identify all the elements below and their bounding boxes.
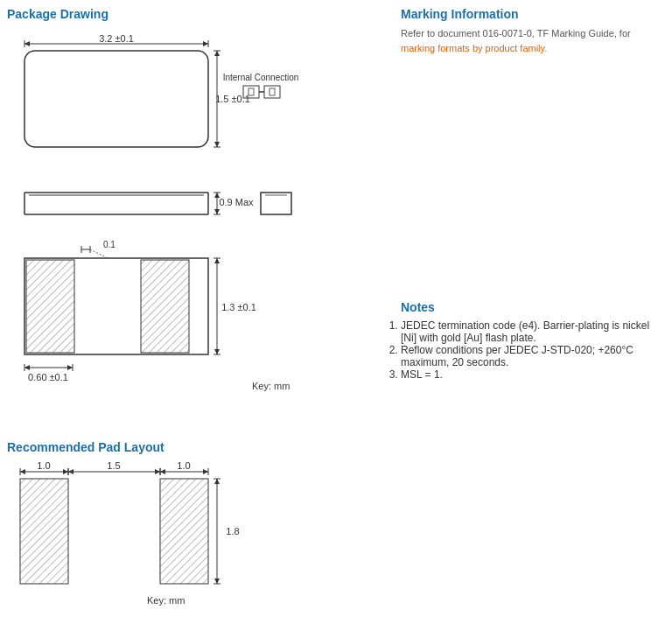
svg-text:Key:  mm: Key: mm [252,381,290,391]
svg-marker-64 [68,469,74,474]
svg-text:1.8: 1.8 [226,526,239,536]
svg-rect-7 [24,51,208,147]
pad-layout-title: Recommended Pad Layout [7,440,383,454]
svg-marker-12 [214,142,220,147]
svg-rect-16 [264,86,280,98]
package-drawing-section: Package Drawing 3.2 ±0.1 [7,7,383,431]
svg-text:Internal Connection: Internal Connection [223,73,299,82]
svg-text:Key:  mm: Key: mm [147,595,185,606]
svg-marker-45 [214,349,220,354]
notes-section: Notes JEDEC termination code (e4). Barri… [401,300,665,381]
svg-marker-65 [155,469,160,474]
package-drawing-svg: 3.2 ±0.1 1.5 ±0.1 Internal Connection [7,26,374,429]
svg-text:1.0: 1.0 [37,460,50,471]
svg-marker-71 [203,469,208,474]
svg-rect-31 [261,193,291,214]
svg-text:0.9 Max: 0.9 Max [219,197,254,207]
svg-rect-19 [270,88,275,95]
note-item-2: Reflow conditions per JEDEC J-STD-020; +… [401,344,665,368]
note-item-3-highlight: MSL = 1. [401,368,443,381]
svg-marker-58 [20,469,25,474]
svg-text:3.2 ±0.1: 3.2 ±0.1 [99,33,134,44]
svg-marker-79 [214,578,220,584]
svg-marker-44 [214,258,220,263]
svg-marker-4 [24,41,30,46]
svg-text:1.5: 1.5 [107,460,120,471]
pad-layout-section: Recommended Pad Layout 1.0 [7,440,383,617]
svg-marker-59 [63,469,68,474]
pad-layout-svg: 1.0 1.5 1.0 [7,459,374,617]
svg-rect-39 [26,260,74,353]
svg-marker-51 [67,365,73,370]
marking-info-section: Marking Information Refer to document 01… [401,7,665,55]
svg-marker-78 [214,479,220,484]
svg-rect-74 [160,479,208,584]
svg-rect-73 [20,479,68,584]
svg-text:1.3 ±0.1: 1.3 ±0.1 [221,302,256,312]
note-item-1: JEDEC termination code (e4). Barrier-pla… [401,319,665,344]
svg-marker-70 [160,469,165,474]
svg-line-37 [90,249,108,258]
svg-marker-50 [24,365,30,370]
svg-marker-5 [203,41,208,46]
note-item-3: MSL = 1. [401,368,665,381]
svg-text:0.1: 0.1 [103,240,116,249]
svg-text:0.60 ±0.1: 0.60 ±0.1 [28,372,68,382]
package-drawing-title: Package Drawing [7,7,383,21]
svg-marker-29 [214,209,220,214]
svg-text:1.0: 1.0 [177,460,190,471]
svg-marker-11 [214,51,220,56]
svg-rect-40 [141,260,189,353]
notes-list: JEDEC termination code (e4). Barrier-pla… [401,319,665,381]
marking-info-text: Refer to document 016-0071-0, TF Marking… [401,26,646,55]
svg-text:1.5 ±0.1: 1.5 ±0.1 [215,94,250,104]
marking-info-link[interactable]: marking formats by product family. [401,43,547,53]
notes-title: Notes [401,300,665,314]
marking-info-title: Marking Information [401,7,665,21]
